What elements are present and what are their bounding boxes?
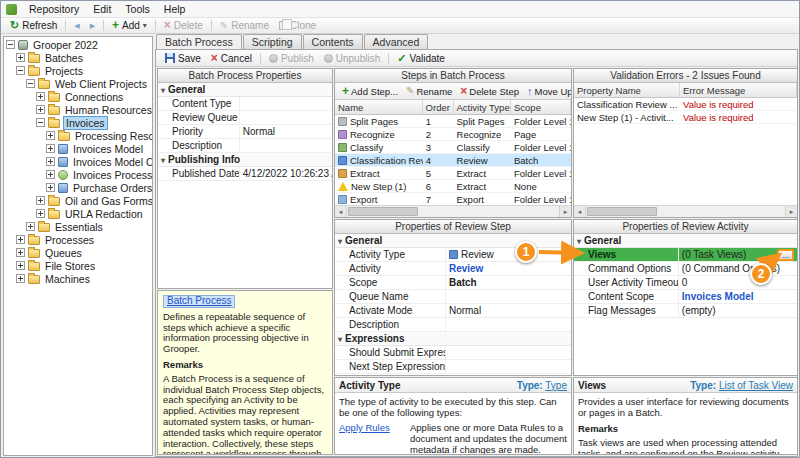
validation-row[interactable]: Classification Review ...Value is requir… (574, 98, 797, 111)
views-ellipsis-button[interactable]: ... (777, 249, 794, 261)
property-row-scope[interactable]: ScopeBatch (335, 276, 571, 290)
expand-icon[interactable] (16, 248, 25, 257)
column-property-name[interactable]: Property Name (574, 83, 680, 97)
tree-item-invoices[interactable]: Invoices (4, 116, 152, 129)
tab-advanced[interactable]: Advanced (364, 34, 429, 49)
scrollbar-thumb[interactable] (587, 207, 657, 216)
property-row-published-date[interactable]: Published Date4/12/2022 10:26:23 AM (158, 167, 332, 181)
publish-button[interactable]: Publish (264, 51, 319, 66)
column-order[interactable]: Order (423, 100, 454, 114)
tree-item-file-stores[interactable]: File Stores (4, 259, 152, 272)
tree-item-invoices-model-old[interactable]: Invoices Model OLD (4, 155, 152, 168)
rename-button[interactable]: Rename (215, 18, 274, 33)
menu-edit[interactable]: Edit (86, 2, 118, 16)
save-button[interactable]: Save (160, 51, 206, 66)
expand-icon[interactable] (36, 196, 45, 205)
expand-icon[interactable] (36, 105, 45, 114)
menu-help[interactable]: Help (157, 2, 193, 16)
menu-repository[interactable]: Repository (22, 2, 86, 16)
expand-icon[interactable] (36, 209, 45, 218)
column-scope[interactable]: Scope (511, 100, 571, 114)
scrollbar-thumb[interactable] (348, 207, 418, 216)
scroll-left-button[interactable] (335, 206, 347, 217)
collapse-icon[interactable] (16, 66, 25, 75)
tree-item-batches[interactable]: Batches (4, 51, 152, 64)
step-row-classify[interactable]: Classify3ClassifyFolder Level 1 (335, 141, 571, 154)
step-row-new-step-1[interactable]: New Step (1)6ExtractNone (335, 180, 571, 193)
group-general[interactable]: General (574, 234, 797, 248)
column-name[interactable]: Name (335, 100, 423, 114)
property-row-description[interactable]: Description (335, 318, 571, 332)
column-activity-type[interactable]: Activity Type (454, 100, 511, 114)
step-row-extract[interactable]: Extract5ExtractFolder Level 1 (335, 167, 571, 180)
property-row-activity[interactable]: ActivityReview (335, 262, 571, 276)
group-publishing-info[interactable]: Publishing Info (158, 153, 332, 167)
cancel-button[interactable]: Cancel (206, 51, 257, 66)
tree-item-urla-redaction[interactable]: URLA Redaction (4, 207, 152, 220)
tree-item-connections[interactable]: Connections (4, 90, 152, 103)
collapse-icon[interactable] (6, 40, 15, 49)
expand-icon[interactable] (36, 92, 45, 101)
expand-icon[interactable] (46, 170, 55, 179)
collapse-icon[interactable] (26, 79, 35, 88)
tab-scripting[interactable]: Scripting (243, 34, 302, 49)
column-error-message[interactable]: Error Message (680, 83, 797, 97)
delete-step-button[interactable]: Delete Step (456, 86, 523, 97)
expand-icon[interactable] (46, 144, 55, 153)
expand-icon[interactable] (46, 183, 55, 192)
batch-process-link[interactable]: Batch Process (163, 295, 235, 308)
property-row-queue-name[interactable]: Queue Name (335, 290, 571, 304)
property-row-content-type[interactable]: Content Type (158, 97, 332, 111)
tree-item-processing-resources[interactable]: Processing Resources (4, 129, 152, 142)
group-expressions[interactable]: Expressions (335, 332, 571, 346)
group-general[interactable]: General (158, 83, 332, 97)
validate-button[interactable]: Validate (392, 51, 450, 66)
tree-item-human-resources[interactable]: Human Resources (4, 103, 152, 116)
tree-item-machines[interactable]: Machines (4, 272, 152, 285)
tree-item-projects[interactable]: Projects (4, 64, 152, 77)
property-row-priority[interactable]: PriorityNormal (158, 125, 332, 139)
tree-item-invoices-process[interactable]: Invoices Process (4, 168, 152, 181)
step-row-classification-review[interactable]: Classification Review4ReviewBatch (335, 154, 571, 167)
forward-button[interactable] (85, 18, 100, 33)
scroll-left-button[interactable] (574, 206, 586, 217)
property-row-views[interactable]: Views(0 Task Views)... (574, 248, 797, 262)
scroll-right-button[interactable] (785, 206, 797, 217)
task-view-link[interactable]: List of Task View (719, 380, 793, 391)
move-up-button[interactable]: Move Up (523, 86, 572, 97)
refresh-button[interactable]: Refresh (5, 18, 62, 33)
clone-button[interactable]: Clone (274, 18, 321, 33)
tab-contents[interactable]: Contents (303, 34, 363, 49)
tree-item-invoices-model[interactable]: Invoices Model (4, 142, 152, 155)
scroll-right-button[interactable] (559, 206, 571, 217)
property-row-next-step-expression[interactable]: Next Step Expression (335, 360, 571, 374)
property-row-review-queue[interactable]: Review Queue (158, 111, 332, 125)
tab-batch-process[interactable]: Batch Process (156, 34, 242, 49)
tree-item-purchase-orders[interactable]: Purchase Orders (4, 181, 152, 194)
apply-rules-link[interactable]: Apply Rules (339, 422, 405, 455)
property-row-description[interactable]: Description (158, 139, 332, 153)
validation-row[interactable]: New Step (1) - Activit...Value is requir… (574, 111, 797, 124)
step-row-recognize[interactable]: Recognize2RecognizePage (335, 128, 571, 141)
back-button[interactable] (69, 18, 84, 33)
tree-item-oil-and-gas-forms[interactable]: Oil and Gas Forms (4, 194, 152, 207)
add-step-button[interactable]: Add Step... (338, 86, 402, 97)
tree-item-grooper-2022[interactable]: Grooper 2022 (4, 38, 152, 51)
property-row-content-scope[interactable]: Content ScopeInvoices Model (574, 290, 797, 304)
expand-icon[interactable] (16, 261, 25, 270)
property-row-flag-messages[interactable]: Flag Messages(empty) (574, 304, 797, 318)
property-row-activate-mode[interactable]: Activate ModeNormal (335, 304, 571, 318)
horizontal-scrollbar[interactable] (574, 205, 797, 217)
collapse-icon[interactable] (36, 118, 45, 127)
menu-tools[interactable]: Tools (118, 2, 157, 16)
property-row-should-submit-expression[interactable]: Should Submit Expression (335, 346, 571, 360)
expand-icon[interactable] (16, 274, 25, 283)
tree-item-web-client-projects[interactable]: Web Client Projects (4, 77, 152, 90)
expand-icon[interactable] (26, 222, 35, 231)
tree-item-essentials[interactable]: Essentials (4, 220, 152, 233)
delete-button[interactable]: Delete (159, 18, 208, 33)
expand-icon[interactable] (46, 131, 55, 140)
expand-icon[interactable] (46, 157, 55, 166)
add-button[interactable]: Add (107, 18, 152, 33)
tree-item-queues[interactable]: Queues (4, 246, 152, 259)
